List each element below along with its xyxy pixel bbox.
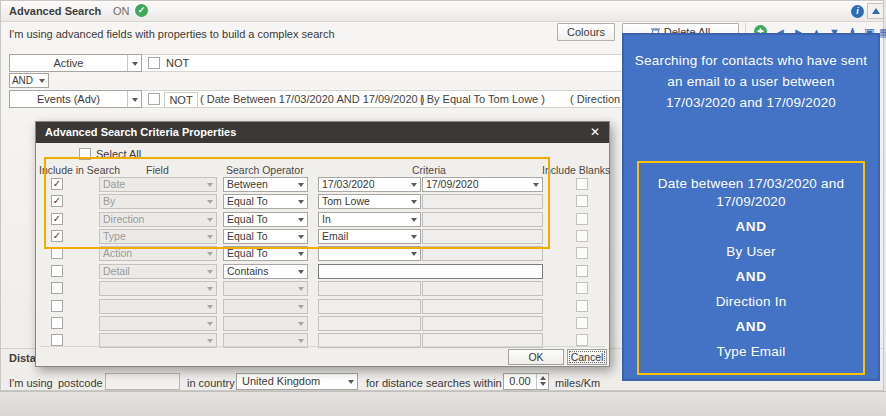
include-in-search-checkbox[interactable]: ✓ <box>51 230 63 242</box>
country-value: United Kingdom <box>237 374 344 389</box>
field-select[interactable] <box>99 299 217 314</box>
chevron-down-icon <box>204 247 216 260</box>
chevron-down-icon <box>204 213 216 226</box>
criteria-row <box>36 316 609 332</box>
criteria2-input[interactable] <box>422 246 543 261</box>
criteria1-input[interactable] <box>318 281 421 296</box>
field-select[interactable]: Detail <box>99 264 217 279</box>
field-select-value: Events (Adv) <box>10 91 127 107</box>
criteria1-select[interactable] <box>318 246 421 261</box>
chevron-down-icon <box>295 300 307 313</box>
chevron-down-icon <box>204 317 216 330</box>
annotation-line-and: AND <box>645 268 857 286</box>
conjunction-value: AND <box>10 74 35 87</box>
operator-select[interactable]: Between <box>223 177 308 192</box>
not-label: NOT <box>164 92 198 108</box>
in-country-label: in country <box>187 377 235 389</box>
collapse-panel-button[interactable] <box>867 3 884 19</box>
field-select[interactable] <box>99 316 217 331</box>
field-select[interactable]: Date <box>99 177 217 192</box>
operator-select[interactable]: Equal To <box>223 246 308 261</box>
include-in-search-checkbox[interactable]: ✓ <box>51 195 63 207</box>
chevron-down-icon <box>344 374 357 389</box>
include-blanks-checkbox[interactable] <box>576 178 588 190</box>
condition-by: ( By Equal To Tom Lowe ) <box>420 93 545 105</box>
criteria2-input[interactable] <box>422 299 543 314</box>
operator-select[interactable] <box>223 299 308 314</box>
criteria-row <box>36 299 609 315</box>
criteria1-select[interactable]: Tom Lowe <box>318 194 421 209</box>
field-select[interactable] <box>99 281 217 296</box>
include-in-search-checkbox[interactable]: ✓ <box>51 213 63 225</box>
criteria1-select[interactable]: Email <box>318 229 421 244</box>
criteria-row: ✓ By Equal To Tom Lowe <box>36 194 609 210</box>
operator-select[interactable]: Equal To <box>223 194 308 209</box>
include-blanks-checkbox[interactable] <box>576 195 588 207</box>
include-in-search-checkbox[interactable] <box>51 247 63 259</box>
include-in-search-checkbox[interactable] <box>51 334 63 346</box>
annotation-line: Date between 17/03/2020 and 17/09/2020 <box>645 175 857 210</box>
operator-select[interactable] <box>223 316 308 331</box>
not-checkbox[interactable] <box>148 93 160 105</box>
distance-spinner[interactable]: 0.00 <box>503 373 549 390</box>
field-select[interactable]: Type <box>99 229 217 244</box>
country-select[interactable]: United Kingdom <box>236 373 358 390</box>
criteria2-input[interactable] <box>422 212 543 227</box>
within-label: for distance searches within <box>366 377 502 389</box>
include-in-search-checkbox[interactable] <box>51 300 63 312</box>
include-blanks-checkbox[interactable] <box>576 282 588 294</box>
criteria1-input[interactable] <box>318 299 421 314</box>
chevron-down-icon <box>295 265 307 278</box>
ok-button[interactable]: OK <box>508 349 564 365</box>
include-in-search-checkbox[interactable] <box>51 282 63 294</box>
postcode-input[interactable] <box>105 373 180 390</box>
annotation-highlight-box: Date between 17/03/2020 and 17/09/2020 A… <box>637 161 865 375</box>
include-blanks-checkbox[interactable] <box>576 230 588 242</box>
field-select-active[interactable]: Active <box>9 54 142 72</box>
criteria1-select[interactable]: 17/03/2020 <box>318 177 421 192</box>
criteria-row: ✓ Date Between 17/03/2020 17/09/2020 <box>36 177 609 193</box>
criteria2-input[interactable] <box>422 194 543 209</box>
cancel-button[interactable]: Cancel <box>567 349 607 365</box>
chevron-down-icon <box>204 282 216 295</box>
include-in-search-checkbox[interactable]: ✓ <box>51 178 63 190</box>
chevron-down-icon <box>295 230 307 243</box>
advanced-search-screen: Advanced Search ON ✓ i I'm using advance… <box>0 0 886 416</box>
operator-select[interactable] <box>223 281 308 296</box>
criteria-text-input[interactable] <box>318 264 543 279</box>
field-select[interactable]: By <box>99 194 217 209</box>
operator-select[interactable]: Equal To <box>223 229 308 244</box>
spinner-arrows-icon[interactable] <box>536 374 548 389</box>
chevron-down-icon <box>295 282 307 295</box>
close-icon[interactable]: ✕ <box>590 125 600 139</box>
conjunction-select[interactable]: AND <box>9 73 49 88</box>
panel-title: Advanced Search <box>9 5 101 17</box>
include-blanks-checkbox[interactable] <box>576 265 588 277</box>
criteria2-select[interactable]: 17/09/2020 <box>422 177 543 192</box>
include-blanks-checkbox[interactable] <box>576 247 588 259</box>
field-select[interactable]: Direction <box>99 212 217 227</box>
criteria1-input[interactable] <box>318 316 421 331</box>
operator-select[interactable]: Equal To <box>223 212 308 227</box>
include-blanks-checkbox[interactable] <box>576 317 588 329</box>
include-in-search-checkbox[interactable] <box>51 265 63 277</box>
criteria2-input[interactable] <box>422 229 543 244</box>
include-blanks-checkbox[interactable] <box>576 334 588 346</box>
colours-button[interactable]: Colours <box>557 23 615 41</box>
include-blanks-checkbox[interactable] <box>576 213 588 225</box>
include-blanks-checkbox[interactable] <box>576 300 588 312</box>
include-in-search-checkbox[interactable] <box>51 317 63 329</box>
field-select[interactable]: Action <box>99 246 217 261</box>
col-header-criteria: Criteria <box>412 164 446 176</box>
chevron-down-icon <box>530 178 542 191</box>
criteria2-input[interactable] <box>422 316 543 331</box>
panel-titlebar: Advanced Search ON ✓ i <box>1 1 883 22</box>
operator-select[interactable]: Contains <box>223 264 308 279</box>
field-select-events[interactable]: Events (Adv) <box>9 90 142 108</box>
criteria1-select[interactable]: In <box>318 212 421 227</box>
select-all-checkbox[interactable] <box>79 148 91 160</box>
not-checkbox[interactable] <box>148 57 160 69</box>
annotation-intro: Searching for contacts who have sent an … <box>634 51 868 114</box>
info-icon[interactable]: i <box>851 5 864 18</box>
criteria2-input[interactable] <box>422 281 543 296</box>
